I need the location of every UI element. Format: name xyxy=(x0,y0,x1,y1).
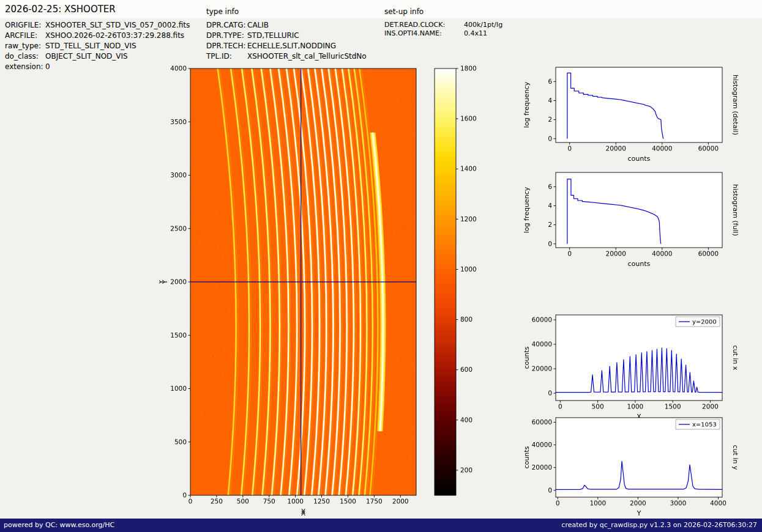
meta-value: XSHOOTER_slt_cal_TelluricStdNo xyxy=(247,52,367,61)
meta-value: 0 xyxy=(45,62,50,71)
setup-info-heading: set-up info xyxy=(384,7,424,16)
meta-label: DPR.CATG: xyxy=(206,20,247,31)
header-strip: 2026-02-25: XSHOOTER type info set-up in… xyxy=(0,0,762,18)
meta-row-tplid: TPL.ID:XSHOOTER_slt_cal_TelluricStdNo xyxy=(206,51,367,62)
type-info-heading: type info xyxy=(206,7,239,16)
footer-bar: powered by QC: www.eso.org/HC created by… xyxy=(0,519,762,532)
meta-row-arcfile: ARCFILE:XSHOO.2026-02-26T03:37:29.288.fi… xyxy=(5,31,190,41)
meta-label: do_class: xyxy=(5,51,45,62)
cut-in-x-plot xyxy=(517,306,753,425)
meta-value: OBJECT_SLIT_NOD_VIS xyxy=(45,52,128,61)
histogram-detail-plot xyxy=(517,60,753,173)
meta-value: CALIB xyxy=(247,21,269,29)
meta-row-opti4: INS.OPTI4.NAME:0.4x11 xyxy=(384,29,502,38)
footer-right-text: created by qc_rawdisp.py v1.2.3 on 2026-… xyxy=(561,519,757,532)
histogram-full-plot xyxy=(517,165,753,278)
meta-label: DPR.TECH: xyxy=(206,41,247,51)
colorbar xyxy=(428,61,499,519)
raw-frame-plot xyxy=(159,61,422,519)
meta-label: TPL.ID: xyxy=(206,51,247,62)
type-info-block: DPR.CATG:CALIB DPR.TYPE:STD,TELLURIC DPR… xyxy=(206,20,367,62)
meta-label: raw_type: xyxy=(5,41,45,51)
meta-value: XSHOO.2026-02-26T03:37:29.288.fits xyxy=(45,31,184,40)
meta-label: ARCFILE: xyxy=(5,31,45,41)
setup-info-block: DET.READ.CLOCK:400k/1pt/lg INS.OPTI4.NAM… xyxy=(384,21,502,38)
meta-row-readclock: DET.READ.CLOCK:400k/1pt/lg xyxy=(384,21,502,29)
meta-value: ECHELLE,SLIT,NODDING xyxy=(247,42,336,50)
cut-in-y-plot xyxy=(517,408,753,517)
meta-value: XSHOOTER_SLT_STD_VIS_057_0002.fits xyxy=(45,21,190,29)
meta-row-dprtype: DPR.TYPE:STD,TELLURIC xyxy=(206,31,367,41)
meta-value: STD_TELL_SLIT_NOD_VIS xyxy=(45,42,136,50)
meta-row-rawtype: raw_type:STD_TELL_SLIT_NOD_VIS xyxy=(5,41,190,51)
meta-row-doclass: do_class:OBJECT_SLIT_NOD_VIS xyxy=(5,51,190,62)
meta-label: DPR.TYPE: xyxy=(206,31,247,41)
meta-value: 0.4x11 xyxy=(464,29,487,37)
meta-value: STD,TELLURIC xyxy=(247,31,299,40)
meta-value: 400k/1pt/lg xyxy=(464,21,502,29)
meta-row-origfile: ORIGFILE:XSHOOTER_SLT_STD_VIS_057_0002.f… xyxy=(5,20,190,31)
meta-label: DET.READ.CLOCK: xyxy=(384,21,464,29)
page-title: 2026-02-25: XSHOOTER xyxy=(5,4,116,15)
meta-label: INS.OPTI4.NAME: xyxy=(384,29,464,38)
meta-row-dprtech: DPR.TECH:ECHELLE,SLIT,NODDING xyxy=(206,41,367,51)
meta-label: ORIGFILE: xyxy=(5,20,45,31)
footer-left-text: powered by QC: www.eso.org/HC xyxy=(4,519,114,532)
meta-row-dprcatg: DPR.CATG:CALIB xyxy=(206,20,367,31)
qc-report-page: 2026-02-25: XSHOOTER type info set-up in… xyxy=(0,0,762,532)
meta-label: extension: xyxy=(5,62,45,72)
